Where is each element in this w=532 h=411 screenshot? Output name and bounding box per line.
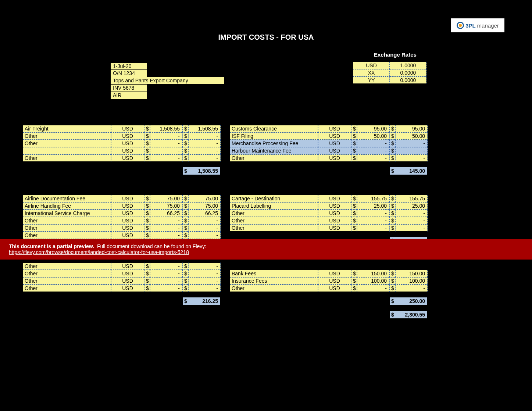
currency-symbol: $ <box>144 285 150 292</box>
row-amt1: - <box>357 154 389 162</box>
table-row: Placard LabellingUSD$25.00$25.00 <box>230 202 428 210</box>
row-ccy: USD <box>318 195 351 202</box>
currency-symbol: $ <box>351 140 357 147</box>
grand-total-value: 2,300.55 <box>395 311 428 319</box>
currency-symbol: $ <box>144 140 150 147</box>
currency-symbol: $ <box>144 262 150 270</box>
row-amt2: - <box>395 285 428 292</box>
table-row: OtherUSD$-$- <box>23 232 221 239</box>
currency-symbol: $ <box>389 297 395 305</box>
banner-line1: This document is a partial preview. Full… <box>9 243 523 249</box>
currency-symbol: $ <box>389 217 395 224</box>
logo-text: 3PL manager <box>465 22 499 29</box>
row-desc: Other <box>23 154 111 162</box>
preview-banner: This document is a partial preview. Full… <box>0 239 532 260</box>
row-amt2: 50.00 <box>395 132 428 140</box>
table-row: Customs ClearanceUSD$95.00$95.00 <box>230 125 428 132</box>
table-row: Bank FeesUSD$150.00$150.00 <box>230 270 428 277</box>
row-amt1: 66.25 <box>150 210 182 217</box>
row-desc: Other <box>230 154 318 162</box>
currency-symbol: $ <box>351 154 357 162</box>
subtotal-value: 216.25 <box>188 297 221 305</box>
currency-symbol: $ <box>389 224 395 232</box>
xr-row: USD 1.0000 <box>353 62 426 69</box>
row-amt2: - <box>188 140 221 147</box>
row-amt1: - <box>150 262 182 270</box>
row-ccy: USD <box>318 270 351 277</box>
banner-link[interactable]: https://flevy.com/browse/document/landed… <box>9 249 189 255</box>
row-amt1: - <box>150 147 182 154</box>
row-amt1: 25.00 <box>357 202 389 210</box>
table-row: USD$-$- <box>23 147 221 154</box>
currency-symbol: $ <box>351 147 357 154</box>
freight-subtotal: $ 1,508.55 <box>182 167 221 175</box>
row-amt2: - <box>395 210 428 217</box>
table-row: OtherUSD$-$- <box>23 285 221 292</box>
row-amt1: - <box>357 210 389 217</box>
currency-symbol: $ <box>389 277 395 285</box>
currency-symbol: $ <box>389 147 395 154</box>
row-ccy: USD <box>111 285 144 292</box>
airline-fees-table: Airline Documentation FeeUSD$75.00$75.00… <box>23 195 221 246</box>
xr-row: XX 0.0000 <box>353 69 426 76</box>
currency-symbol: $ <box>389 195 395 202</box>
row-desc: Other <box>23 285 111 292</box>
currency-symbol: $ <box>144 125 150 132</box>
subtotal-value: 250.00 <box>395 297 428 305</box>
row-amt1: - <box>357 224 389 232</box>
row-ccy: USD <box>318 224 351 232</box>
row-desc: Other <box>23 262 111 270</box>
table-row: Harbour Maintenance FeeUSD$-$- <box>230 147 428 154</box>
row-amt1: - <box>150 217 182 224</box>
hdr-supplier: Tops and Pants Export Company <box>110 77 224 85</box>
currency-symbol: $ <box>182 297 188 305</box>
currency-symbol: $ <box>182 232 188 239</box>
row-ccy: USD <box>318 132 351 140</box>
row-amt2: - <box>395 224 428 232</box>
row-ccy: USD <box>318 277 351 285</box>
currency-symbol: $ <box>182 262 188 270</box>
row-amt2: - <box>395 154 428 162</box>
row-ccy: USD <box>318 210 351 217</box>
row-amt2: - <box>188 132 221 140</box>
currency-symbol: $ <box>144 224 150 232</box>
currency-symbol: $ <box>144 147 150 154</box>
table-row: OtherUSD$-$- <box>230 285 428 292</box>
import-costs-page: 3PL manager IMPORT COSTS - FOR USA Excha… <box>0 0 532 411</box>
currency-symbol: $ <box>182 285 188 292</box>
row-ccy: USD <box>111 125 144 132</box>
airline-fees-subtotal: $ 216.25 <box>182 297 221 305</box>
table-row: International Service ChargeUSD$66.25$66… <box>23 210 221 217</box>
row-amt2: - <box>188 232 221 239</box>
currency-symbol: $ <box>351 132 357 140</box>
table-row: OtherUSD$-$- <box>23 270 221 277</box>
row-desc: Bank Fees <box>230 270 318 277</box>
currency-symbol: $ <box>351 224 357 232</box>
row-amt2: 100.00 <box>395 277 428 285</box>
currency-symbol: $ <box>351 202 357 210</box>
table-row: OtherUSD$-$- <box>230 154 428 162</box>
currency-symbol: $ <box>182 125 188 132</box>
row-amt1: 150.00 <box>357 270 389 277</box>
row-amt1: 75.00 <box>150 195 182 202</box>
table-row: Insurance FeesUSD$100.00$100.00 <box>230 277 428 285</box>
table-row: OtherUSD$-$- <box>23 140 221 147</box>
xr-rate: 0.0000 <box>390 69 426 76</box>
row-amt1: - <box>150 140 182 147</box>
row-amt2: - <box>188 270 221 277</box>
currency-symbol: $ <box>389 270 395 277</box>
currency-symbol: $ <box>182 132 188 140</box>
currency-symbol: $ <box>182 270 188 277</box>
row-amt1: - <box>150 277 182 285</box>
row-desc: Other <box>23 232 111 239</box>
row-amt2: 95.00 <box>395 125 428 132</box>
currency-symbol: $ <box>144 132 150 140</box>
currency-symbol: $ <box>182 202 188 210</box>
currency-symbol: $ <box>182 195 188 202</box>
currency-symbol: $ <box>144 270 150 277</box>
customs-subtotal: $ 145.00 <box>389 167 428 175</box>
hdr-order: O/N 1234 <box>110 70 147 77</box>
row-ccy: USD <box>111 224 144 232</box>
row-desc: Other <box>23 270 111 277</box>
hdr-mode: AIR <box>110 92 147 99</box>
